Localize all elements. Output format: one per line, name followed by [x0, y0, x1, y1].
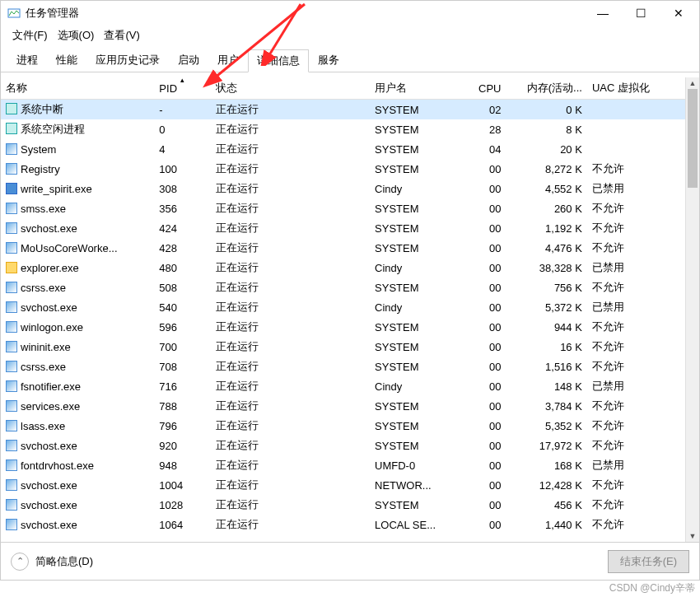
menu-view[interactable]: 查看(V) — [99, 26, 144, 44]
col-pid[interactable]: PID▴ — [154, 77, 211, 100]
col-uac[interactable]: UAC 虚拟化 — [587, 77, 699, 100]
process-user: Cindy — [370, 179, 463, 198]
process-name: csrss.exe — [21, 361, 66, 373]
table-row[interactable]: csrss.exe508正在运行SYSTEM00756 K不允许 — [1, 278, 699, 297]
tab-4[interactable]: 用户 — [208, 49, 248, 72]
process-user: SYSTEM — [370, 119, 463, 139]
scroll-thumb[interactable] — [688, 89, 698, 188]
process-user: SYSTEM — [370, 100, 463, 120]
process-pid: 424 — [154, 218, 211, 238]
process-user: SYSTEM — [370, 278, 463, 297]
process-pid: 100 — [154, 159, 211, 179]
col-mem[interactable]: 内存(活动... — [506, 77, 586, 100]
process-mem: 4,476 K — [506, 238, 586, 258]
col-user[interactable]: 用户名 — [370, 77, 463, 100]
table-row[interactable]: svchost.exe920正在运行SYSTEM0017,972 K不允许 — [1, 436, 699, 455]
process-pid: 596 — [154, 317, 211, 337]
process-uac: 不允许 — [587, 278, 699, 297]
process-icon — [6, 242, 17, 254]
minimize-button[interactable]: — — [584, 1, 622, 26]
table-row[interactable]: svchost.exe424正在运行SYSTEM001,192 K不允许 — [1, 218, 699, 238]
tab-5[interactable]: 详细信息 — [248, 49, 309, 72]
svg-rect-0 — [8, 9, 20, 17]
table-row[interactable]: MoUsoCoreWorke...428正在运行SYSTEM004,476 K不… — [1, 238, 699, 258]
table-row[interactable]: write_spirit.exe308正在运行Cindy004,552 K已禁用 — [1, 179, 699, 198]
process-name: svchost.exe — [21, 499, 77, 511]
table-row[interactable]: svchost.exe1028正在运行SYSTEM00456 K不允许 — [1, 495, 699, 515]
column-header-row: 名称 PID▴ 状态 用户名 CPU 内存(活动... UAC 虚拟化 — [1, 77, 699, 100]
titlebar: 任务管理器 — ☐ ✕ — [1, 1, 699, 26]
process-pid: 0 — [154, 119, 211, 139]
process-icon — [6, 282, 17, 293]
tab-2[interactable]: 应用历史记录 — [86, 49, 169, 72]
process-uac: 已禁用 — [587, 179, 699, 198]
tab-0[interactable]: 进程 — [7, 49, 47, 72]
process-mem: 8,272 K — [506, 159, 586, 179]
col-status[interactable]: 状态 — [211, 77, 370, 100]
collapse-toggle-icon[interactable]: ⌃ — [11, 553, 29, 571]
process-pid: 540 — [154, 297, 211, 317]
process-icon — [6, 163, 17, 175]
table-row[interactable]: smss.exe356正在运行SYSTEM00260 K不允许 — [1, 198, 699, 218]
col-name[interactable]: 名称 — [1, 77, 154, 100]
end-task-button[interactable]: 结束任务(E) — [608, 550, 689, 573]
table-row[interactable]: fsnotifier.exe716正在运行Cindy00148 K已禁用 — [1, 376, 699, 396]
table-row[interactable]: svchost.exe540正在运行Cindy005,372 K已禁用 — [1, 297, 699, 317]
scroll-down-icon[interactable]: ▼ — [686, 530, 699, 542]
tab-3[interactable]: 启动 — [169, 49, 208, 72]
maximize-button[interactable]: ☐ — [622, 1, 660, 26]
table-row[interactable]: Registry100正在运行SYSTEM008,272 K不允许 — [1, 159, 699, 179]
process-mem: 3,784 K — [506, 396, 586, 416]
process-status: 正在运行 — [211, 317, 370, 337]
table-row[interactable]: svchost.exe1004正在运行NETWOR...0012,428 K不允… — [1, 475, 699, 495]
process-mem: 4,552 K — [506, 179, 586, 198]
table-row[interactable]: fontdrvhost.exe948正在运行UMFD-000168 K已禁用 — [1, 455, 699, 475]
process-mem: 1,516 K — [506, 357, 586, 376]
process-uac: 不允许 — [587, 357, 699, 376]
process-cpu: 02 — [463, 100, 506, 120]
table-row[interactable]: winlogon.exe596正在运行SYSTEM00944 K不允许 — [1, 317, 699, 337]
scroll-up-icon[interactable]: ▲ — [686, 77, 699, 89]
process-uac: 不允许 — [587, 238, 699, 258]
process-mem: 168 K — [506, 455, 586, 475]
process-status: 正在运行 — [211, 139, 370, 159]
process-uac: 已禁用 — [587, 258, 699, 278]
process-cpu: 00 — [463, 455, 506, 475]
process-user: SYSTEM — [370, 238, 463, 258]
tab-1[interactable]: 性能 — [47, 49, 86, 72]
col-cpu[interactable]: CPU — [463, 77, 506, 100]
close-button[interactable]: ✕ — [660, 1, 698, 26]
table-row[interactable]: csrss.exe708正在运行SYSTEM001,516 K不允许 — [1, 357, 699, 376]
table-row[interactable]: wininit.exe700正在运行SYSTEM0016 K不允许 — [1, 337, 699, 357]
summary-link[interactable]: 简略信息(D) — [35, 554, 601, 569]
vertical-scrollbar[interactable]: ▲ ▼ — [685, 77, 699, 542]
process-status: 正在运行 — [211, 337, 370, 357]
process-user: SYSTEM — [370, 396, 463, 416]
process-pid: 508 — [154, 278, 211, 297]
menu-options[interactable]: 选项(O) — [53, 26, 100, 44]
process-icon — [6, 499, 17, 511]
process-uac: 不允许 — [587, 198, 699, 218]
process-user: Cindy — [370, 376, 463, 396]
process-cpu: 00 — [463, 179, 506, 198]
process-user: SYSTEM — [370, 337, 463, 357]
menu-file[interactable]: 文件(F) — [7, 26, 53, 44]
process-status: 正在运行 — [211, 238, 370, 258]
table-row[interactable]: System4正在运行SYSTEM0420 K — [1, 139, 699, 159]
process-uac: 不允许 — [587, 337, 699, 357]
table-row[interactable]: 系统中断-正在运行SYSTEM020 K — [1, 100, 699, 120]
process-mem: 38,328 K — [506, 258, 586, 278]
process-name: 系统中断 — [21, 103, 63, 115]
table-row[interactable]: lsass.exe796正在运行SYSTEM005,352 K不允许 — [1, 416, 699, 436]
table-row[interactable]: 系统空闲进程0正在运行SYSTEM288 K — [1, 119, 699, 139]
process-name: services.exe — [21, 400, 80, 413]
tab-6[interactable]: 服务 — [309, 49, 348, 72]
process-uac: 不允许 — [587, 416, 699, 436]
table-row[interactable]: services.exe788正在运行SYSTEM003,784 K不允许 — [1, 396, 699, 416]
process-pid: 1064 — [154, 515, 211, 534]
process-cpu: 00 — [463, 317, 506, 337]
process-cpu: 28 — [463, 119, 506, 139]
process-mem: 8 K — [506, 119, 586, 139]
table-row[interactable]: svchost.exe1064正在运行LOCAL SE...001,440 K不… — [1, 515, 699, 534]
table-row[interactable]: explorer.exe480正在运行Cindy0038,328 K已禁用 — [1, 258, 699, 278]
